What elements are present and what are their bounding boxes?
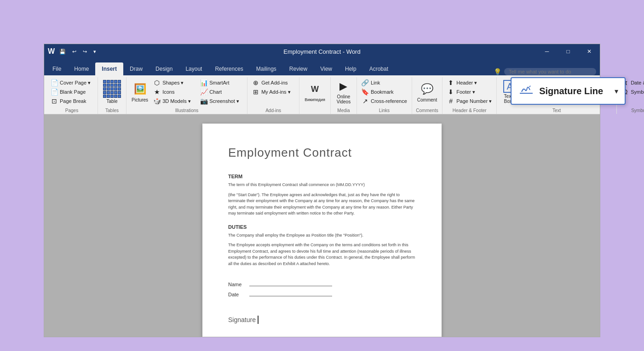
wiki-items: W Википедия — [302, 78, 328, 112]
illustrations-items: 🖼️ Pictures ⬡ Shapes ▾ ★ Icons — [129, 78, 244, 107]
tab-help[interactable]: Help — [339, 62, 363, 75]
page-break-btn[interactable]: ⊡ Page Break — [49, 96, 95, 106]
comments-items: 💬 Comment — [415, 78, 439, 107]
group-addins: ⊕ Get Add-ins ⊞ My Add-ins ▾ Add-ins — [247, 77, 299, 114]
signature-line-label: Signature Line — [539, 86, 603, 96]
group-media: ▶ OnlineVideos Media — [331, 77, 357, 114]
cross-reference-btn[interactable]: ↗ Cross-reference — [360, 96, 409, 106]
word-window: W 💾 ↩ ↪ ▾ Employment Contract - Word ─ □… — [44, 44, 600, 337]
bookmark-icon: 🔖 — [362, 88, 369, 96]
links-sub: 🔗 Link 🔖 Bookmark ↗ Cross-reference — [360, 78, 409, 106]
tables-items: Table — [101, 78, 123, 107]
field-name-line — [249, 280, 332, 286]
tab-layout[interactable]: Layout — [179, 62, 208, 75]
section-duties-heading: DUTIES — [228, 224, 416, 230]
smartart-icon: 📊 — [200, 79, 207, 86]
tab-view[interactable]: View — [314, 62, 339, 75]
redo-qat-btn[interactable]: ↪ — [81, 48, 89, 56]
comments-label: Comments — [416, 107, 438, 113]
link-btn[interactable]: 🔗 Link — [360, 78, 409, 87]
header-btn[interactable]: ⬆ Header ▾ — [445, 78, 494, 87]
chart-icon: 📈 — [200, 88, 207, 96]
word-icon: W — [48, 47, 55, 56]
tab-bar: File Home Insert Draw Design Layout Refe… — [44, 59, 600, 75]
smartart-btn[interactable]: 📊 SmartArt — [198, 78, 244, 87]
tab-home[interactable]: Home — [68, 62, 95, 75]
window-title: Employment Contract - Word — [283, 48, 360, 55]
title-bar: W 💾 ↩ ↪ ▾ Employment Contract - Word ─ □… — [44, 44, 600, 59]
group-wiki: W Википедия — [299, 77, 331, 114]
icons-btn[interactable]: ★ Icons — [151, 87, 197, 96]
section-term-para2: (the "Start Date"). The Employee agrees … — [228, 192, 416, 217]
title-bar-buttons: ─ □ ✕ — [536, 44, 600, 59]
bookmark-btn[interactable]: 🔖 Bookmark — [360, 87, 409, 96]
tab-mailings[interactable]: Mailings — [250, 62, 283, 75]
minimize-btn[interactable]: ─ — [536, 44, 558, 59]
customize-qat-btn[interactable]: ▾ — [92, 48, 98, 56]
close-btn[interactable]: ✕ — [579, 44, 600, 59]
symbols-label: Symbols — [631, 107, 644, 113]
footer-btn[interactable]: ⬇ Footer ▾ — [445, 87, 494, 96]
table-btn[interactable]: Table — [101, 78, 123, 106]
get-addins-icon: ⊕ — [252, 79, 259, 86]
signature-line-dropdown[interactable]: ▾ — [615, 87, 618, 96]
shapes-btn[interactable]: ⬡ Shapes ▾ — [151, 78, 197, 87]
get-addins-btn[interactable]: ⊕ Get Add-ins — [250, 78, 296, 87]
addins-label: Add-ins — [265, 107, 281, 113]
signature-line-popup[interactable]: Signature Line ▾ — [511, 77, 626, 105]
tab-file[interactable]: File — [46, 62, 68, 75]
link-icon: 🔗 — [362, 79, 369, 86]
cover-page-btn[interactable]: 📄 Cover Page ▾ — [49, 78, 95, 87]
media-label: Media — [337, 107, 350, 113]
search-input[interactable] — [504, 68, 596, 75]
page-number-btn[interactable]: # Page Number ▾ — [445, 96, 494, 106]
page-number-icon: # — [447, 97, 454, 105]
text-label: Text — [552, 107, 561, 113]
pictures-btn[interactable]: 🖼️ Pictures — [129, 78, 150, 106]
comment-btn[interactable]: 💬 Comment — [415, 78, 439, 106]
illustrations-label: Illustrations — [175, 107, 199, 113]
title-bar-left: W 💾 ↩ ↪ ▾ — [48, 47, 98, 56]
3dmodels-icon: 🎲 — [153, 97, 161, 105]
pages-sub: 📄 Cover Page ▾ 📄 Blank Page ⊡ Page Break — [49, 78, 95, 106]
group-illustrations: 🖼️ Pictures ⬡ Shapes ▾ ★ Icons — [126, 77, 247, 114]
tab-references[interactable]: References — [208, 62, 249, 75]
signature-area: Signature — [228, 316, 416, 324]
cross-reference-icon: ↗ — [362, 97, 369, 105]
command-bar: 📄 Cover Page ▾ 📄 Blank Page ⊡ Page Break — [44, 75, 600, 114]
tab-review[interactable]: Review — [283, 62, 314, 75]
header-footer-label: Header & Footer — [453, 107, 487, 113]
addins-sub: ⊕ Get Add-ins ⊞ My Add-ins ▾ — [250, 78, 296, 96]
chart-btn[interactable]: 📈 Chart — [198, 87, 244, 96]
save-qat-btn[interactable]: 💾 — [58, 48, 68, 56]
illustrations-sub: ⬡ Shapes ▾ ★ Icons 🎲 3D Models ▾ — [151, 78, 197, 106]
pictures-icon: 🖼️ — [132, 82, 147, 96]
my-addins-btn[interactable]: ⊞ My Add-ins ▾ — [250, 87, 296, 96]
shapes-icon: ⬡ — [153, 79, 161, 86]
tab-draw[interactable]: Draw — [123, 62, 149, 75]
tab-acrobat[interactable]: Acrobat — [363, 62, 395, 75]
media-items: ▶ OnlineVideos — [334, 78, 354, 107]
pages-items: 📄 Cover Page ▾ 📄 Blank Page ⊡ Page Break — [49, 78, 95, 107]
svg-rect-0 — [520, 93, 533, 94]
blank-page-btn[interactable]: 📄 Blank Page — [49, 87, 95, 96]
tab-design[interactable]: Design — [149, 62, 179, 75]
section-duties-para2: The Employee accepts employment with the… — [228, 242, 416, 267]
document-area: Employment Contract TERM The term of thi… — [44, 114, 600, 337]
online-videos-btn[interactable]: ▶ OnlineVideos — [334, 78, 354, 106]
undo-qat-btn[interactable]: ↩ — [70, 48, 78, 56]
screenshot-btn[interactable]: 📷 Screenshot ▾ — [198, 96, 244, 106]
tab-insert[interactable]: Insert — [95, 62, 123, 75]
header-icon: ⬆ — [447, 79, 454, 86]
cover-page-icon: 📄 — [51, 79, 58, 86]
links-label: Links — [379, 107, 390, 113]
maximize-btn[interactable]: □ — [558, 44, 579, 59]
comment-icon: 💬 — [420, 82, 435, 96]
field-name: Name — [228, 280, 416, 287]
group-tables: Table Tables — [98, 77, 126, 114]
online-videos-icon: ▶ — [336, 79, 351, 93]
ribbon: File Home Insert Draw Design Layout Refe… — [44, 59, 600, 114]
table-grid-icon — [103, 80, 121, 98]
wikipedia-btn[interactable]: W Википедия — [302, 78, 328, 106]
3dmodels-btn[interactable]: 🎲 3D Models ▾ — [151, 96, 197, 106]
